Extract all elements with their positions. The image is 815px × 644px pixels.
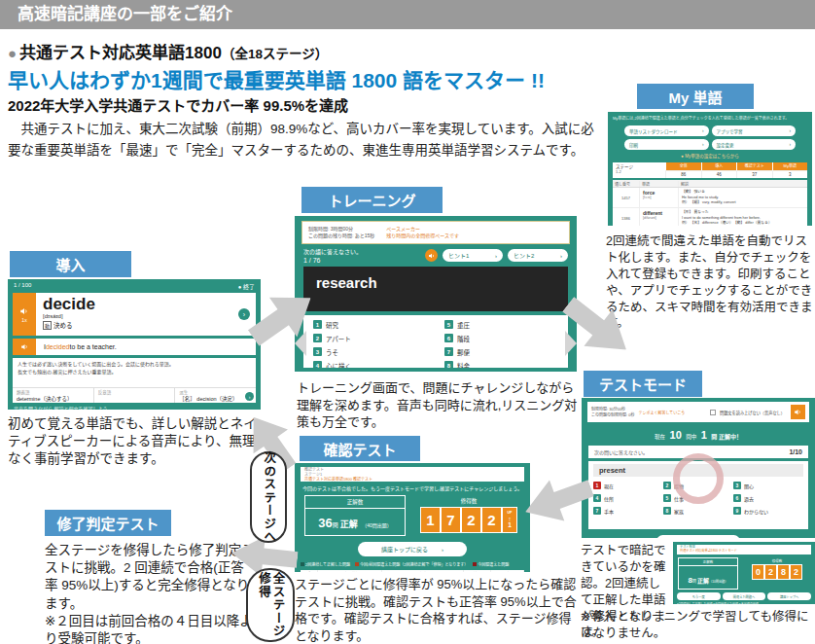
answer-option[interactable]: 7手本 [593,507,663,515]
next-question-button[interactable]: 次の問題へ› [656,535,740,538]
retry-wrong-button[interactable]: 間違えた問題へ [723,592,766,600]
audio-button[interactable] [425,249,438,262]
answer-option[interactable]: 5重圧 [444,319,558,330]
score-status: 現在 10 問中 1 問 正解中！ [582,425,815,443]
chevron-icon: › [560,253,562,259]
speaker-icon [19,306,29,316]
legend-square-icon [473,562,477,566]
mute-checkbox-label: 問題文を読み上げない（音声なし） [720,410,785,415]
question-counter: 1/10 [789,448,802,455]
completion-caption: 全ステージを修得したら修了判定テストに挑戦。2 回連続で合格(正答率 95%以上… [45,542,255,644]
chevron-icon: › [702,142,704,147]
mywords-settings-link[interactable]: ● My単語の設定はこちらから [608,153,812,159]
legend-square-icon [355,562,359,566]
hint2-button[interactable]: ヒント2› [508,249,568,262]
download-button[interactable]: 単語リストダウンロード› [624,125,709,136]
time-limit: 制限時間: 30分00秒 この問題の制限時間: 0秒 [591,407,634,417]
example-audio-button[interactable] [13,339,36,355]
answer-option[interactable]: 1研究 [313,319,427,330]
print-button[interactable]: 印刷› [624,139,709,150]
answer-option[interactable]: 4心に描く [313,360,427,368]
question-word: research [303,267,568,311]
digit-box: 2 [790,564,802,580]
answer-option[interactable]: 8料金 [444,360,558,368]
mywords-buttons: 単語リストダウンロード› アプリで学習› 印刷› 設定変更› [624,125,796,150]
audio-button[interactable] [791,405,805,419]
digit-box: 2 [481,507,502,533]
settings-button[interactable]: 設定変更› [712,139,797,150]
up-counter: UP ↑ 1 [502,507,517,533]
antonym-header: 反意語 [98,389,171,395]
digit-box: 0 [752,564,764,580]
training-prompt-row: 次の語に答えなさい。 1 / 76 ヒント1› ヒント2› [295,244,577,264]
table-row: 1457 force [fɔːrs] 【動】 強いる He forced me … [613,188,807,208]
word-audio-button[interactable]: 1x [13,293,36,336]
answer-options: 1研究 2アパート 3うそ 4心に描く 5重圧 6階段 7郵便 8料金 [303,315,568,368]
chevron-icon: › [790,142,792,147]
next-circle-button[interactable]: › [238,308,250,320]
answer-option[interactable]: 2アパート [313,333,427,343]
next-stage-capsule: 次のステージへ [250,451,287,543]
answer-option[interactable]: 9わからない [733,507,803,515]
mute-checkbox[interactable] [710,410,716,415]
answer-option[interactable]: 6階段 [444,333,558,343]
intro-label: 導入 [10,251,131,277]
mywords-label: My 単語 [637,84,754,109]
chevron-icon: › [790,128,792,133]
mywords-screenshot: My単語には,2回連続で間違えた単語と,自分でチェックを入れて登録した単語が一覧… [608,112,812,226]
app-study-button[interactable]: アプリで学習› [712,125,797,136]
back-to-top-button[interactable]: 講座トップに戻る› [358,542,467,556]
stage-counts: 全体 導入 確認テスト My単語 86 46 37 3 [665,162,807,178]
page-header-title: 高速暗記講座の一部をご紹介 [0,0,815,29]
testmode-banner: 制限時間: 30分00秒 この問題の制限時間: 0秒 テンポよく解答していこう … [587,402,809,422]
kakunin-label: 確認テスト [300,436,420,461]
word-card: 1x decide [dɪsáɪd] 動決める › [13,293,256,336]
digit-box: 2 [764,564,777,580]
chevron-icon: › [495,253,497,259]
hint1-button[interactable]: ヒント1› [443,249,503,262]
answer-option[interactable]: 7郵便 [444,346,558,357]
mywords-word-table: 通し番号 単語 解説 1457 force [fɔːrs] 【動】 強いる He… [613,180,807,226]
result-legend: ■2回連続して正解した問題 ■今回間違えた問題 ■未出題の問題 [677,602,811,604]
section-heading-note: （全18ステージ） [222,47,328,61]
word-table-header: 通し番号 単語 解説 [613,180,807,188]
question-prompt: 次の問いに答えなさい。 [594,448,648,455]
playback-rate: 1x [21,317,26,323]
explanation-card: 人生では必ず迷い,決断をしていく場面に出会う。会話に使われる単語。 長文でも頻出… [13,358,256,403]
question-panel: present 1現在 2贈物 3関心 4住所 5仕事 6過去 7手本 8家族 … [588,461,808,529]
legend-square-icon [301,562,304,566]
page: 高速暗記講座の一部をご紹介 ●共通テスト対応英単語1800（全18ステージ） 早… [0,0,815,644]
digit-box: 8 [777,564,790,580]
intro-screen-footer: 音声を聞きながら,解説と例文を確認しよう。 [8,403,261,410]
digit-box: 7 [441,507,461,533]
answer-option[interactable]: 4住所 [593,494,663,502]
next-page-chevron[interactable] [565,331,577,356]
course-top-button[interactable]: 講座トップへ [767,592,811,600]
acquired-count-box: 修得数 1 7 2 2 UP ↑ 1 [417,495,520,533]
expand-circle-button[interactable]: › [245,392,254,401]
correct-count-box: 正解数 36問正解 （40問出題） [304,495,406,536]
result-table-header: 番 見出し単語 意味 結果 問題へ [301,570,524,572]
answer-option[interactable]: 6過去 [733,494,803,502]
all-stages-capsule: 全ステージ 修得 [246,568,295,642]
speaker-icon [794,408,802,416]
section-heading-text: 共通テスト対応英単語1800 [19,44,222,62]
end-button[interactable]: ● 終了 [238,282,255,291]
chevron-icon: › [702,128,704,133]
subheadline: 2022年大学入学共通テストでカバー率 99.5%を達成 [8,94,348,115]
mywords-caption: 2回連続で間違えた単語を自動でリスト化します。また、自分でチェックを入れて登録も… [606,233,815,332]
intro-caption: 初めて覚える単語でも、詳しい解説とネイティブスピーカーによる音声により、無理なく… [8,415,265,469]
retry-button[interactable]: もう一度 [677,592,721,600]
answer-option[interactable]: 3関心 [733,482,803,489]
answer-option[interactable]: 3うそ [313,346,427,357]
result-table: 番 見出し単語 意味 結果 問題へ 問題へ [301,570,524,572]
section-heading: ●共通テスト対応英単語1800（全18ステージ） [8,39,328,63]
chevron-icon: › [442,547,443,553]
answer-option[interactable]: 8家族 [663,507,733,515]
pacemaker: ペースメーカー 残り時間内の全問修得ペースです [386,226,459,240]
headline: 早い人はわずか1週間で最重要英単語 1800 語をマスター !! [8,64,545,93]
testmode-screenshot: 制限時間: 30分00秒 この問題の制限時間: 0秒 テンポよく解答していこう … [582,398,815,538]
answer-option[interactable]: 1現在 [593,482,663,489]
bullet-icon: ● [8,45,17,61]
testmode-note: ※導入・トレーニングで学習しても修得にはなりません。 [581,609,815,642]
